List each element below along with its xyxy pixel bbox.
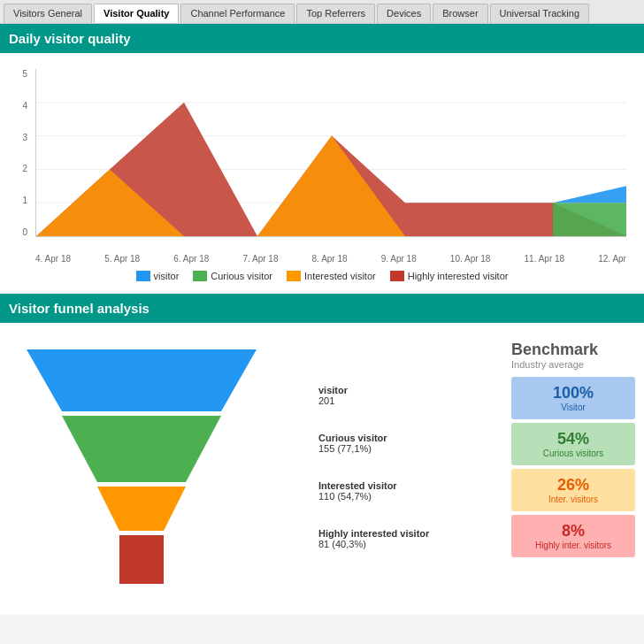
svg-marker-6 xyxy=(553,203,626,236)
bench-item-highly-interested: 8% Highly inter. visitors xyxy=(511,515,635,557)
legend-color-interested xyxy=(287,271,301,281)
chart-section-header: Daily visitor quality xyxy=(0,24,644,53)
funnel-labels: visitor 201 Curious visitor 155 (77,1%) … xyxy=(292,341,494,576)
legend-curious-visitor: Curious visitor xyxy=(193,271,272,281)
chart-legend: visitor Curious visitor Interested visit… xyxy=(9,271,635,281)
legend-visitor: visitor xyxy=(136,271,180,281)
svg-marker-8 xyxy=(27,349,257,411)
chart-svg xyxy=(36,69,626,236)
funnel-content: visitor 201 Curious visitor 155 (77,1%) … xyxy=(9,332,635,606)
funnel-section: visitor 201 Curious visitor 155 (77,1%) … xyxy=(0,323,644,615)
tab-channel-performance[interactable]: Channel Performance xyxy=(180,4,295,23)
tab-visitor-quality[interactable]: Visitor Quality xyxy=(94,4,179,23)
tab-visitors-general[interactable]: Visitors General xyxy=(4,4,92,23)
funnel-section-header: Visitor funnel analysis xyxy=(0,294,644,323)
funnel-label-curious: Curious visitor 155 (77,1%) xyxy=(318,433,494,454)
legend-highly-interested-visitor: Highly interested visitor xyxy=(390,271,509,281)
bench-item-visitor: 100% Visitor xyxy=(511,377,635,419)
legend-color-highly-interested xyxy=(390,271,404,281)
tab-universal-tracking[interactable]: Universal Tracking xyxy=(490,4,589,23)
svg-marker-7 xyxy=(553,186,626,203)
tab-bar: Visitors General Visitor Quality Channel… xyxy=(0,0,644,24)
funnel-chart xyxy=(9,341,292,597)
funnel-label-highly-interested: Highly interested visitor 81 (40,3%) xyxy=(318,528,494,549)
chart-area: 5 4 3 2 1 0 xyxy=(9,69,635,264)
funnel-svg xyxy=(9,341,274,597)
bench-item-curious: 54% Curious visitors xyxy=(511,423,635,465)
legend-color-curious xyxy=(193,271,207,281)
svg-marker-9 xyxy=(62,416,221,482)
chart-y-axis: 5 4 3 2 1 0 xyxy=(9,69,31,237)
funnel-label-visitor: visitor 201 xyxy=(318,385,494,406)
chart-plot xyxy=(35,69,626,237)
bench-item-interested: 26% Inter. visitors xyxy=(511,469,635,511)
tab-browser[interactable]: Browser xyxy=(433,4,487,23)
benchmark: Benchmark Industry average 100% Visitor … xyxy=(511,341,635,561)
legend-interested-visitor: Interested visitor xyxy=(287,271,376,281)
svg-marker-10 xyxy=(97,487,186,531)
svg-marker-11 xyxy=(119,535,164,584)
chart-section: 5 4 3 2 1 0 xyxy=(0,53,644,290)
tab-devices[interactable]: Devices xyxy=(377,4,431,23)
chart-x-labels: 4. Apr 18 5. Apr 18 6. Apr 18 7. Apr 18 … xyxy=(35,254,626,264)
legend-color-visitor xyxy=(136,271,150,281)
funnel-label-interested: Interested visitor 110 (54,7%) xyxy=(318,480,494,502)
tab-top-referrers[interactable]: Top Referrers xyxy=(296,4,375,23)
